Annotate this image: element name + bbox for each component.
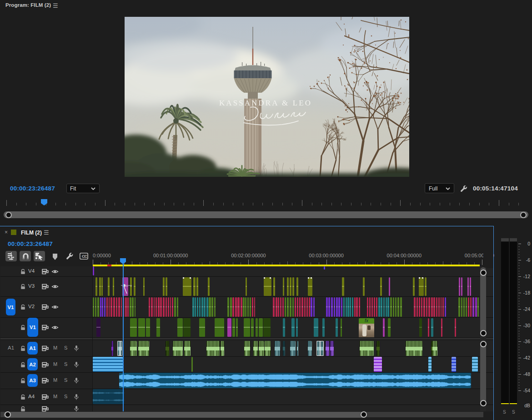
svg-text:KASSANDRA & LEO: KASSANDRA & LEO	[219, 99, 312, 107]
svg-text:C: C	[85, 254, 88, 259]
